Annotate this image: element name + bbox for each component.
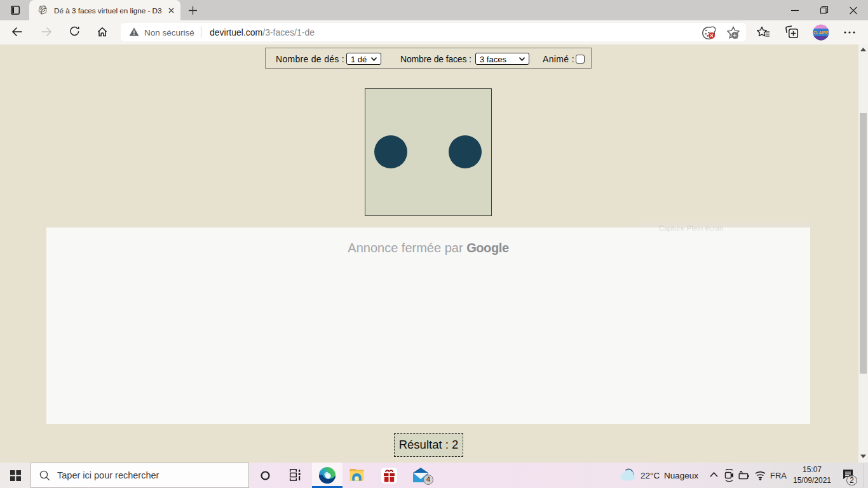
svg-text:CLAIRE: CLAIRE [813, 30, 829, 35]
